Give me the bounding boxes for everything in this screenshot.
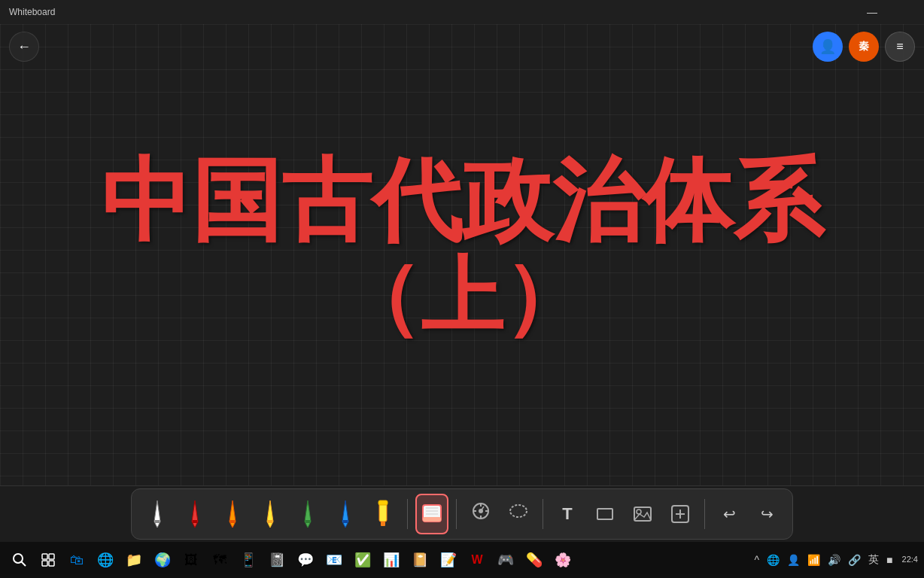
svg-rect-28 bbox=[597, 509, 612, 519]
taskbar-photos[interactable]: 🖼 bbox=[178, 546, 205, 573]
chevron-up-icon[interactable]: ^ bbox=[752, 552, 763, 567]
separator1 bbox=[407, 499, 408, 529]
title-line2: （上） bbox=[46, 249, 877, 340]
pen-blue-tool[interactable] bbox=[329, 494, 362, 534]
whiteboard-title: 中国古代政治体系 （上） bbox=[46, 150, 877, 340]
pen-green-tool[interactable] bbox=[291, 494, 324, 534]
volume-icon[interactable]: 🔊 bbox=[825, 552, 843, 567]
top-toolbar: ← 👤 秦 ≡ bbox=[0, 24, 924, 69]
windows-taskbar: 🛍 🌐 📁 🌍 🖼 🗺 📱 📓 💬 📧 ✅ 📊 📔 📝 W 🎮 💊 🌸 ^ 🌐 … bbox=[0, 542, 924, 578]
taskbar-app2[interactable]: 💊 bbox=[521, 546, 548, 573]
add-tool[interactable] bbox=[664, 494, 697, 534]
taskbar-onenote[interactable]: 📓 bbox=[263, 546, 290, 573]
back-icon: ← bbox=[17, 39, 31, 55]
svg-rect-37 bbox=[49, 554, 54, 559]
svg-rect-7 bbox=[268, 520, 272, 523]
minimize-button[interactable]: — bbox=[855, 0, 889, 24]
pen-red-tool[interactable] bbox=[178, 494, 211, 534]
image-tool[interactable] bbox=[626, 494, 659, 534]
ruler-tool[interactable] bbox=[464, 494, 497, 534]
svg-rect-5 bbox=[230, 520, 235, 523]
taskbar-onenote2[interactable]: 📔 bbox=[406, 546, 433, 573]
eraser-tool[interactable] bbox=[415, 494, 448, 534]
svg-rect-11 bbox=[343, 520, 348, 523]
svg-line-35 bbox=[21, 561, 26, 566]
svg-rect-3 bbox=[193, 520, 197, 523]
network-icon[interactable]: 🌐 bbox=[764, 552, 783, 567]
svg-rect-16 bbox=[423, 517, 441, 522]
separator3 bbox=[543, 499, 543, 529]
ime-label[interactable]: 英 bbox=[865, 552, 882, 568]
svg-marker-4 bbox=[229, 500, 236, 528]
redo-button[interactable]: ↪ bbox=[750, 494, 783, 534]
top-right-buttons: 👤 秦 ≡ bbox=[813, 32, 915, 62]
svg-marker-0 bbox=[154, 500, 160, 528]
svg-marker-6 bbox=[267, 500, 273, 528]
taskbar-ie[interactable]: 🌍 bbox=[149, 546, 176, 573]
taskbar-teams[interactable]: 💬 bbox=[292, 546, 319, 573]
system-clock[interactable]: 22:4 bbox=[902, 554, 918, 565]
svg-rect-9 bbox=[305, 520, 310, 523]
lasso-tool[interactable] bbox=[502, 494, 535, 534]
pen-white-tool[interactable] bbox=[141, 494, 174, 534]
svg-rect-1 bbox=[155, 520, 160, 523]
svg-marker-10 bbox=[342, 500, 348, 528]
toolbar-container: T ↩ bbox=[131, 488, 793, 540]
taskbar-app3[interactable]: 🌸 bbox=[549, 546, 576, 573]
taskbar-search[interactable] bbox=[6, 546, 33, 573]
profile-button[interactable]: 秦 bbox=[849, 32, 879, 62]
taskbar-edge[interactable]: 🌐 bbox=[92, 546, 119, 573]
profile-label: 秦 bbox=[859, 40, 869, 53]
clock-time: 22:4 bbox=[902, 554, 918, 565]
svg-rect-36 bbox=[42, 554, 47, 559]
wifi-icon[interactable]: 📶 bbox=[804, 552, 823, 567]
taskbar-phone[interactable]: 📱 bbox=[235, 546, 262, 573]
taskbar-system-tray: ^ 🌐 👤 📶 🔊 🔗 英 ■ 22:4 bbox=[752, 552, 918, 568]
app-title: Whiteboard bbox=[9, 7, 55, 17]
taskbar-explorer[interactable]: 📁 bbox=[120, 546, 147, 573]
svg-point-30 bbox=[637, 510, 641, 514]
taskbar-word[interactable]: 📝 bbox=[435, 546, 462, 573]
link-icon[interactable]: 🔗 bbox=[845, 552, 864, 567]
svg-rect-13 bbox=[381, 522, 385, 526]
svg-point-27 bbox=[510, 505, 527, 517]
user-button[interactable]: 👤 bbox=[813, 32, 843, 62]
svg-rect-14 bbox=[378, 500, 388, 505]
back-button[interactable]: ← bbox=[9, 32, 39, 62]
svg-marker-8 bbox=[305, 500, 311, 528]
separator2 bbox=[456, 499, 457, 529]
pen-orange-tool[interactable] bbox=[216, 494, 249, 534]
taskbar-task-view[interactable] bbox=[35, 546, 62, 573]
text-tool[interactable]: T bbox=[551, 494, 584, 534]
taskbar-app1[interactable]: 🎮 bbox=[492, 546, 519, 573]
taskbar-mail[interactable]: 📧 bbox=[321, 546, 348, 573]
taskbar-wps[interactable]: W bbox=[464, 546, 491, 573]
svg-rect-39 bbox=[49, 561, 54, 566]
svg-rect-38 bbox=[42, 561, 47, 566]
user-icon: 👤 bbox=[819, 38, 836, 55]
title-bar: Whiteboard — bbox=[0, 0, 924, 24]
menu-button[interactable]: ≡ bbox=[885, 32, 915, 62]
taskbar-todo[interactable]: ✅ bbox=[349, 546, 376, 573]
sys-tray-icons: ^ 🌐 👤 📶 🔊 🔗 英 ■ bbox=[752, 552, 896, 568]
title-line1: 中国古代政治体系 bbox=[101, 149, 823, 250]
taskbar-maps[interactable]: 🗺 bbox=[206, 546, 233, 573]
pen-yellow-tool[interactable] bbox=[254, 494, 287, 534]
svg-marker-2 bbox=[192, 500, 198, 528]
shape-tool[interactable] bbox=[588, 494, 622, 534]
undo-button[interactable]: ↩ bbox=[713, 494, 746, 534]
ime2-label[interactable]: ■ bbox=[883, 552, 895, 567]
account-icon[interactable]: 👤 bbox=[784, 552, 803, 567]
taskbar-powerpoint[interactable]: 📊 bbox=[378, 546, 405, 573]
taskbar-store[interactable]: 🛍 bbox=[63, 546, 90, 573]
whiteboard-canvas[interactable]: ← 👤 秦 ≡ 中国古代政治体系 （上） bbox=[0, 24, 924, 485]
menu-icon: ≡ bbox=[896, 40, 903, 53]
separator4 bbox=[704, 499, 705, 529]
highlighter-tool[interactable] bbox=[366, 494, 400, 534]
drawing-toolbar: T ↩ bbox=[0, 485, 924, 542]
